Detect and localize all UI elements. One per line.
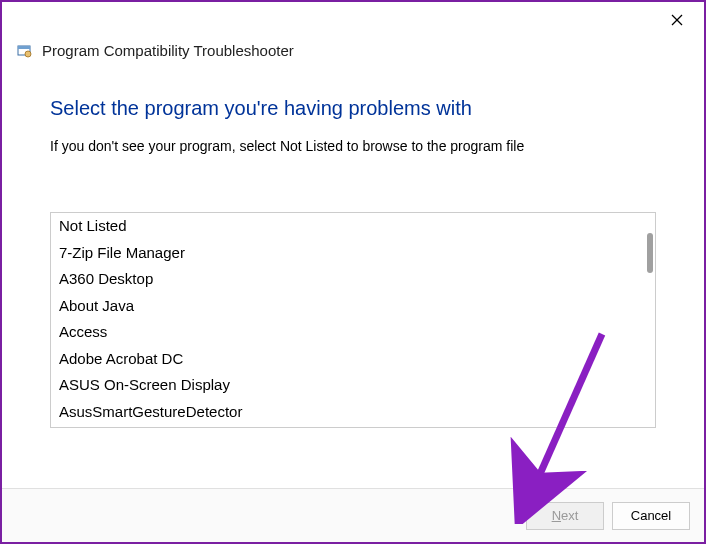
list-item[interactable]: About Java xyxy=(51,293,655,320)
close-icon xyxy=(671,14,683,26)
next-rest: ext xyxy=(561,508,578,523)
list-item[interactable]: AsusSmartGestureDetector xyxy=(51,399,655,426)
list-item[interactable]: 7-Zip File Manager xyxy=(51,240,655,267)
troubleshooter-icon xyxy=(16,43,32,59)
instruction-subtext: If you don't see your program, select No… xyxy=(50,138,656,154)
list-item[interactable]: Attach Digital Signatures xyxy=(51,425,655,427)
svg-point-4 xyxy=(25,51,31,57)
content-area: Select the program you're having problem… xyxy=(2,69,704,488)
scrollbar-track[interactable] xyxy=(643,215,653,425)
next-mnemonic: N xyxy=(552,508,561,523)
list-item[interactable]: ASUS On-Screen Display xyxy=(51,372,655,399)
cancel-button[interactable]: Cancel xyxy=(612,502,690,530)
close-button[interactable] xyxy=(662,8,692,32)
scrollbar-thumb[interactable] xyxy=(647,233,653,273)
list-item[interactable]: Adobe Acrobat DC xyxy=(51,346,655,373)
instruction-heading: Select the program you're having problem… xyxy=(50,97,656,120)
header-row: Program Compatibility Troubleshooter xyxy=(2,38,704,69)
next-button: Next xyxy=(526,502,604,530)
list-item[interactable]: A360 Desktop xyxy=(51,266,655,293)
list-item[interactable]: Not Listed xyxy=(51,213,655,240)
page-title: Program Compatibility Troubleshooter xyxy=(42,42,294,59)
svg-rect-3 xyxy=(18,46,30,49)
program-listbox[interactable]: Not Listed 7-Zip File Manager A360 Deskt… xyxy=(50,212,656,428)
footer-bar: Next Cancel xyxy=(2,488,704,542)
titlebar xyxy=(2,2,704,38)
listbox-inner: Not Listed 7-Zip File Manager A360 Deskt… xyxy=(51,213,655,427)
list-item[interactable]: Access xyxy=(51,319,655,346)
troubleshooter-window: Program Compatibility Troubleshooter Sel… xyxy=(0,0,706,544)
